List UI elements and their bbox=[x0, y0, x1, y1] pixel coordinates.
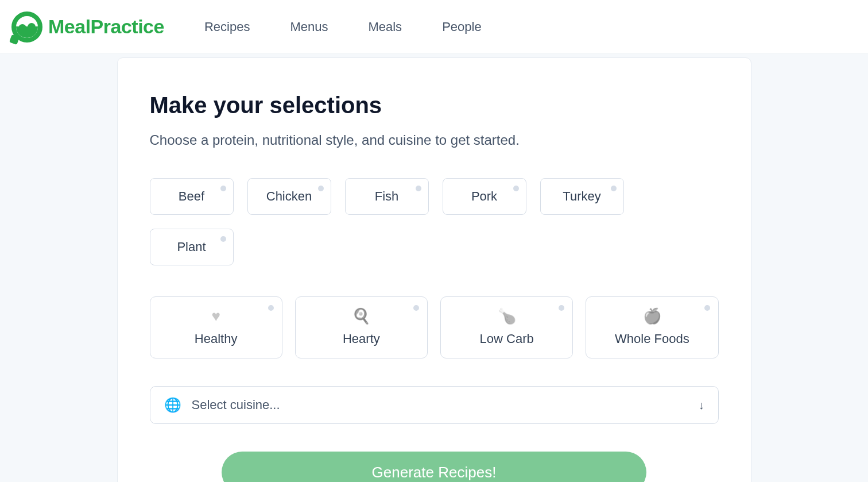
radio-dot-icon bbox=[220, 186, 226, 191]
protein-chip-turkey[interactable]: Turkey bbox=[540, 178, 624, 215]
chip-label: Healthy bbox=[195, 331, 238, 346]
radio-dot-icon bbox=[513, 186, 519, 191]
chip-label: Chicken bbox=[266, 189, 312, 204]
selection-card: Make your selections Choose a protein, n… bbox=[117, 57, 751, 482]
chevron-down-icon: ↓ bbox=[699, 399, 704, 412]
radio-dot-icon bbox=[413, 305, 419, 311]
style-chip-healthy[interactable]: ♥ Healthy bbox=[150, 296, 282, 358]
style-chip-hearty[interactable]: 🍳 Hearty bbox=[295, 296, 428, 358]
chip-label: Fish bbox=[375, 189, 399, 204]
protein-chip-beef[interactable]: Beef bbox=[150, 178, 234, 215]
globe-icon: 🌐 bbox=[164, 397, 181, 413]
radio-dot-icon bbox=[318, 186, 324, 191]
heart-icon: ♥ bbox=[211, 309, 220, 323]
radio-dot-icon bbox=[416, 186, 421, 191]
style-row: ♥ Healthy 🍳 Hearty 🍗 Low Carb 🍎 Whole Fo… bbox=[150, 296, 719, 358]
generate-recipes-button[interactable]: Generate Recipes! bbox=[222, 452, 646, 482]
protein-chip-chicken[interactable]: Chicken bbox=[247, 178, 331, 215]
chip-label: Low Carb bbox=[480, 331, 534, 346]
radio-dot-icon bbox=[611, 186, 617, 191]
protein-chip-pork[interactable]: Pork bbox=[443, 178, 526, 215]
cuisine-placeholder: Select cuisine... bbox=[192, 398, 688, 412]
main-nav: Recipes Menus Meals People bbox=[204, 20, 482, 34]
nav-menus[interactable]: Menus bbox=[290, 20, 328, 34]
radio-dot-icon bbox=[559, 305, 564, 311]
nav-meals[interactable]: Meals bbox=[368, 20, 402, 34]
apple-icon: 🍎 bbox=[643, 309, 661, 323]
chip-label: Whole Foods bbox=[615, 331, 689, 346]
style-chip-wholefoods[interactable]: 🍎 Whole Foods bbox=[586, 296, 718, 358]
protein-row: Beef Chicken Fish Pork Turkey Plant bbox=[150, 178, 719, 265]
protein-chip-plant[interactable]: Plant bbox=[150, 229, 234, 265]
radio-dot-icon bbox=[704, 305, 710, 311]
top-nav: MealPractice Recipes Menus Meals People bbox=[0, 0, 868, 54]
nav-recipes[interactable]: Recipes bbox=[204, 20, 250, 34]
protein-chip-fish[interactable]: Fish bbox=[345, 178, 429, 215]
chip-label: Hearty bbox=[343, 331, 380, 346]
chip-label: Pork bbox=[471, 189, 497, 204]
brand-logo[interactable]: MealPractice bbox=[11, 11, 164, 43]
nav-people[interactable]: People bbox=[442, 20, 482, 34]
page-title: Make your selections bbox=[150, 92, 719, 118]
radio-dot-icon bbox=[220, 236, 226, 242]
chip-label: Plant bbox=[177, 240, 206, 255]
brand-name: MealPractice bbox=[48, 16, 164, 38]
cuisine-select[interactable]: 🌐 Select cuisine... ↓ bbox=[150, 386, 719, 424]
poultry-icon: 🍗 bbox=[498, 309, 516, 323]
stove-icon: 🍳 bbox=[352, 309, 370, 323]
logo-mark-icon bbox=[11, 11, 42, 43]
style-chip-lowcarb[interactable]: 🍗 Low Carb bbox=[440, 296, 573, 358]
page-subtitle: Choose a protein, nutritional style, and… bbox=[150, 132, 719, 148]
chip-label: Turkey bbox=[563, 189, 600, 204]
radio-dot-icon bbox=[268, 305, 274, 311]
chip-label: Beef bbox=[179, 189, 204, 204]
